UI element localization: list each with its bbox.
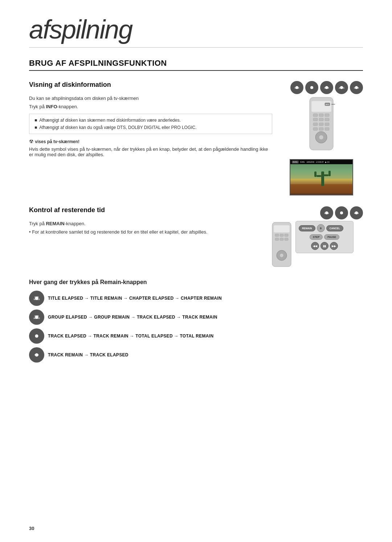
disc-icon-dvd: DVD (290, 81, 303, 94)
svg-text:INFO: INFO (326, 104, 329, 105)
tv-status-time: ① 0:00:37 (316, 161, 324, 163)
svg-rect-5 (313, 118, 318, 121)
disc-label-divx: DivX (354, 86, 359, 89)
flow-disc-dvd-video: DVDVIDEO (29, 291, 44, 306)
disc-label-dvd-kontrol: DVD (324, 211, 329, 214)
tv-status-play: ▶ 1/1 (325, 161, 330, 163)
page-container: afspilning BRUG AF AFSPILNINGSFUNKTION V… (0, 0, 392, 388)
disc-icon-divx: DivX (350, 81, 363, 94)
play-pause-button[interactable]: ▮▮ (320, 242, 328, 250)
kontrol-right-col: REMAIN 0 CANCEL STEP (261, 221, 363, 268)
info-key: INFO (46, 104, 57, 109)
disc-label-cd: CD (310, 86, 314, 89)
tv-cactus-scene (290, 164, 352, 195)
svg-rect-4 (325, 114, 329, 117)
tv-status-bar: DVD1 SVB1 ①001/040 ① 0:00:37 ▶ 1/1 (290, 160, 352, 164)
svg-rect-13 (313, 128, 318, 130)
hand-icon: ☢ (29, 138, 34, 144)
symbol-heading-row: ☢ vises på tv-skærmen! (29, 138, 272, 144)
visning-intro: Du kan se afspilningsdata om disken på t… (29, 96, 272, 101)
remain-nav-row: ◀◀ ▮▮ ▶▶ (299, 242, 350, 250)
svg-rect-2 (313, 114, 318, 117)
kontrol-instruction: Tryk på REMAIN-knappen. (29, 221, 254, 226)
flow-disc-label-dvd-video: DVDVIDEO (33, 296, 40, 300)
disc-icon-cd-kontrol: CD (335, 206, 348, 219)
visning-header-row: Visning af diskinformation DVD CD MP3 JP… (29, 81, 363, 94)
flow-disc-dvd-audio: DVDAUDIO (29, 310, 44, 325)
page-title: afspilning (29, 15, 363, 48)
visning-heading: Visning af diskinformation (29, 81, 111, 89)
flow-text-cd: TRACK ELAPSED → TRACK REMAIN → TOTAL ELA… (48, 333, 213, 339)
remote-svg-visning: INFO (308, 96, 335, 152)
svg-rect-33 (280, 238, 283, 240)
flow-row-cd: CD TRACK ELAPSED → TRACK REMAIN → TOTAL … (29, 328, 363, 344)
svg-rect-25 (324, 174, 328, 176)
flow-disc-label-dvd-audio: DVDAUDIO (33, 315, 40, 319)
disc-icon-dvd-kontrol: DVD (320, 206, 333, 219)
svg-rect-30 (280, 234, 283, 236)
zero-button[interactable]: 0 (317, 224, 325, 232)
disc-icon-mp3: MP3 (320, 81, 333, 94)
svg-rect-28 (274, 225, 290, 232)
flow-row-mp3: MP3 TRACK REMAIN → TRACK ELAPSED (29, 347, 363, 363)
visning-right-col: INFO (279, 96, 363, 195)
remain-top-row: REMAIN 0 CANCEL (299, 224, 350, 232)
section-heading: BRUG AF AFSPILNINGSFUNKTION (29, 58, 363, 71)
remain-button-panel: REMAIN 0 CANCEL STEP (295, 221, 354, 253)
remain-key: REMAIN (46, 221, 64, 226)
svg-point-36 (280, 254, 283, 257)
disc-icon-mp3-kontrol: MP3 (350, 206, 363, 219)
note-text-2: Afhængigt af disken kan du også vælge DT… (39, 125, 196, 130)
svg-rect-23 (317, 175, 321, 177)
visning-disc-icons: DVD CD MP3 JPEG DivX (290, 81, 363, 94)
disc-label-jpeg: JPEG (339, 86, 344, 89)
flow-row-dvd-video: DVDVIDEO TITLE ELAPSED → TITLE REMAIN → … (29, 291, 363, 306)
note-bullet-2: ■ (34, 125, 37, 130)
kontrol-images: REMAIN 0 CANCEL STEP (271, 221, 354, 268)
disc-label-mp3-kontrol: MP3 (354, 211, 359, 214)
tv-status-dvd: DVD1 (292, 161, 299, 163)
step-button[interactable]: STEP (310, 234, 323, 240)
visning-instruction: Tryk på INFO-knappen. (29, 104, 272, 109)
svg-rect-3 (319, 114, 323, 117)
remain-bottom-row: STEP PAUSE (299, 234, 350, 240)
svg-rect-34 (285, 238, 288, 240)
svg-rect-32 (275, 238, 279, 240)
kontrol-bullet-text: For at kontrollere samlet tid og restere… (32, 229, 207, 235)
visning-section: Visning af diskinformation DVD CD MP3 JP… (29, 81, 363, 195)
next-button[interactable]: ▶▶ (330, 242, 338, 250)
disc-label-cd-kontrol: CD (340, 211, 343, 214)
page-number: 30 (29, 526, 34, 531)
symbol-text: Hvis dette symbol vises på tv-skærmen, n… (29, 146, 272, 157)
svg-rect-14 (319, 128, 323, 130)
svg-rect-24 (314, 171, 317, 177)
tv-scene-svg (290, 164, 353, 193)
tv-status-chapter: ①001/040 (306, 161, 314, 163)
remain-button[interactable]: REMAIN (299, 225, 315, 231)
remain-flow-section: Hver gang der trykkes på Remain-knappen … (29, 279, 363, 363)
disc-label-dvd: DVD (295, 86, 299, 89)
disc-icon-jpeg: JPEG (335, 81, 348, 94)
svg-rect-7 (325, 118, 329, 121)
flow-text-dvd-audio: GROUP ELAPSED → GROUP REMAIN → TRACK ELA… (48, 315, 217, 320)
svg-rect-15 (325, 128, 329, 130)
svg-rect-12 (325, 123, 329, 126)
symbol-heading-text: vises på tv-skærmen! (35, 139, 79, 144)
flow-text-dvd-video: TITLE ELAPSED → TITLE REMAIN → CHAPTER E… (48, 296, 222, 301)
svg-rect-10 (313, 123, 318, 126)
note-bullet-1: ■ (34, 118, 37, 123)
visning-note-box: ■ Afhængigt af disken kan skærmen med di… (29, 114, 272, 134)
remain-flow-heading: Hver gang der trykkes på Remain-knappen (29, 279, 363, 286)
note-text-1: Afhængigt af disken kan skærmen med disk… (39, 118, 181, 123)
pause-button[interactable]: PAUSE (324, 234, 339, 240)
flow-disc-mp3: MP3 (29, 347, 44, 363)
cancel-button[interactable]: CANCEL (326, 225, 343, 231)
tv-status-svb1: SVB1 (300, 161, 305, 163)
flow-disc-cd: CD (29, 328, 44, 344)
remote-svg-kontrol (271, 221, 293, 268)
svg-rect-29 (275, 234, 279, 236)
tv-screen-visning: DVD1 SVB1 ①001/040 ① 0:00:37 ▶ 1/1 (290, 159, 353, 195)
flow-disc-label-mp3: MP3 (34, 354, 38, 356)
kontrol-content: Tryk på REMAIN-knappen. • For at kontrol… (29, 221, 363, 268)
prev-button[interactable]: ◀◀ (311, 242, 319, 250)
